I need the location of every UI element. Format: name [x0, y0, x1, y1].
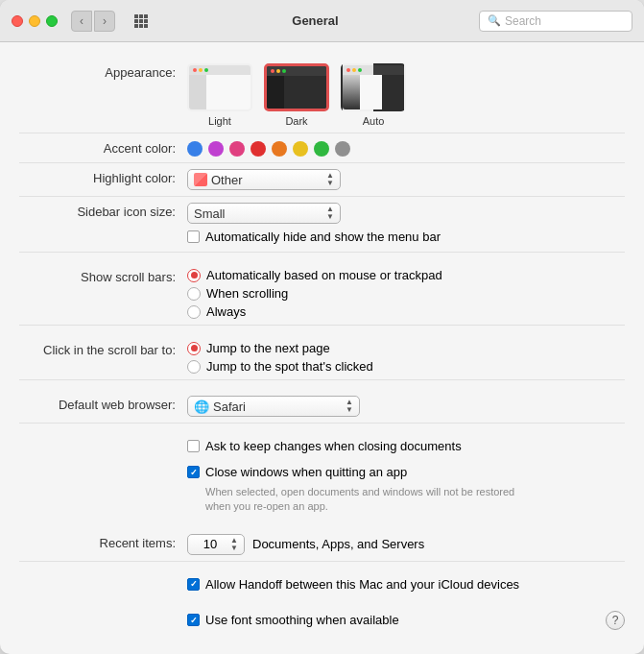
menubar-row: Automatically hide and show the menu bar	[187, 228, 441, 246]
scroll-bars-label: Show scroll bars:	[19, 268, 187, 284]
search-placeholder: Search	[505, 14, 541, 28]
highlight-color-row: Highlight color: Other ▲ ▼	[19, 163, 625, 197]
sidebar-icon-value: Small	[194, 206, 322, 221]
sidebar-icon-row: Sidebar icon size: Small ▲ ▼ Automatical…	[19, 197, 625, 253]
font-smoothing-checkbox-row: Use font smoothing when available	[187, 611, 399, 629]
accent-orange[interactable]	[272, 141, 287, 157]
close-windows-ctrl: Close windows when quitting an app When …	[187, 463, 514, 515]
close-windows-text: Close windows when quitting an app	[205, 465, 407, 479]
scroll-scrolling-radio[interactable]	[187, 287, 201, 301]
settings-content: Appearance:	[0, 42, 644, 654]
sidebar-icon-label: Sidebar icon size:	[19, 203, 187, 219]
accent-blue[interactable]	[187, 141, 203, 157]
handoff-ctrl: Allow Handoff between this Mac and your …	[187, 575, 519, 593]
ask-changes-row: Ask to keep changes when closing documen…	[19, 433, 625, 459]
browser-label: Default web browser:	[19, 396, 187, 412]
scroll-always-radio[interactable]	[187, 305, 201, 319]
scroll-always-row: Always	[187, 304, 442, 319]
svg-rect-2	[144, 14, 148, 18]
accent-purple[interactable]	[208, 141, 224, 157]
scroll-auto-row: Automatically based on mouse or trackpad	[187, 268, 442, 282]
highlight-swatch	[194, 173, 207, 186]
accent-yellow[interactable]	[293, 141, 308, 157]
menubar-text: Automatically hide and show the menu bar	[205, 230, 441, 244]
close-windows-checkbox[interactable]	[187, 466, 200, 478]
click-spot-radio[interactable]	[187, 360, 201, 374]
appearance-label: Appearance:	[19, 63, 187, 80]
accent-red[interactable]	[250, 141, 266, 157]
sidebar-icon-select[interactable]: Small ▲ ▼	[187, 203, 341, 224]
scroll-auto-radio[interactable]	[187, 269, 201, 282]
recent-items-control: 10 ▲ ▼ Documents, Apps, and Servers	[187, 534, 625, 555]
click-spot-row: Jump to the spot that's clicked	[187, 359, 373, 374]
appearance-auto[interactable]: Auto	[341, 63, 406, 127]
svg-rect-3	[134, 19, 138, 23]
ask-changes-checkbox[interactable]	[187, 440, 200, 452]
grid-icon[interactable]	[131, 11, 152, 32]
accent-pink[interactable]	[229, 141, 245, 157]
dark-label: Dark	[285, 115, 307, 127]
light-thumb	[187, 63, 252, 111]
close-windows-hint: When selected, open documents and window…	[187, 485, 514, 515]
click-next-radio[interactable]	[187, 342, 201, 355]
scroll-scrolling-label: When scrolling	[206, 286, 288, 301]
dropdown-arrow: ▲ ▼	[326, 172, 334, 187]
highlight-select[interactable]: Other ▲ ▼	[187, 169, 341, 190]
minimize-button[interactable]	[29, 15, 40, 27]
scroll-scrolling-row: When scrolling	[187, 286, 442, 301]
safari-icon: 🌐	[194, 400, 209, 414]
scroll-auto-label: Automatically based on mouse or trackpad	[206, 268, 442, 282]
accent-colors	[187, 139, 350, 157]
highlight-label: Highlight color:	[19, 169, 187, 185]
accent-graphite[interactable]	[335, 141, 350, 157]
titlebar: ‹ › General 🔍 Search	[0, 0, 644, 42]
svg-rect-0	[134, 14, 138, 18]
accent-label: Accent color:	[19, 139, 187, 156]
menubar-checkbox[interactable]	[187, 230, 200, 243]
click-scroll-group: Jump to the next page Jump to the spot t…	[187, 341, 373, 374]
font-smoothing-checkbox[interactable]	[187, 614, 200, 626]
browser-dropdown-arrow: ▲ ▼	[346, 399, 353, 414]
accent-color-row: Accent color:	[19, 133, 625, 163]
appearance-light[interactable]: Light	[187, 63, 252, 127]
accent-green[interactable]	[314, 141, 329, 157]
search-icon: 🔍	[488, 14, 501, 27]
nav-buttons: ‹ ›	[71, 11, 115, 32]
help-button[interactable]: ?	[606, 611, 625, 630]
dark-thumb	[264, 63, 329, 111]
back-button[interactable]: ‹	[71, 11, 92, 32]
scroll-bars-control: Automatically based on mouse or trackpad…	[187, 268, 625, 319]
forward-button[interactable]: ›	[94, 11, 115, 32]
traffic-lights	[12, 15, 58, 27]
recent-items-label: Recent items:	[19, 534, 187, 550]
recent-items-stepper[interactable]: 10 ▲ ▼	[187, 534, 245, 555]
click-next-label: Jump to the next page	[206, 341, 330, 355]
close-windows-row: Close windows when quitting an app When …	[19, 459, 625, 519]
handoff-checkbox[interactable]	[187, 578, 200, 591]
svg-rect-7	[139, 24, 143, 28]
browser-row: Default web browser: 🌐 Safari ▲ ▼	[19, 390, 625, 424]
svg-rect-5	[144, 19, 148, 23]
browser-select[interactable]: 🌐 Safari ▲ ▼	[187, 396, 360, 417]
ask-changes-ctrl: Ask to keep changes when closing documen…	[187, 437, 462, 455]
handoff-row: Allow Handoff between this Mac and your …	[19, 571, 625, 597]
recent-items-suffix: Documents, Apps, and Servers	[252, 537, 424, 551]
search-box[interactable]: 🔍 Search	[479, 11, 632, 32]
recent-items-ctrl: 10 ▲ ▼ Documents, Apps, and Servers	[187, 534, 424, 555]
appearance-dark[interactable]: Dark	[264, 63, 329, 127]
click-spot-label: Jump to the spot that's clicked	[206, 359, 373, 374]
svg-rect-4	[139, 19, 143, 23]
appearance-control: Light	[187, 63, 625, 127]
light-label: Light	[208, 115, 231, 127]
highlight-control: Other ▲ ▼	[187, 169, 625, 190]
scroll-bars-row: Show scroll bars: Automatically based on…	[19, 262, 625, 326]
font-smoothing-ctrl: Use font smoothing when available ?	[187, 611, 625, 630]
font-smoothing-text: Use font smoothing when available	[205, 613, 399, 627]
close-button[interactable]	[12, 15, 23, 27]
click-next-row: Jump to the next page	[187, 341, 373, 355]
maximize-button[interactable]	[46, 15, 58, 27]
svg-rect-8	[144, 24, 148, 28]
appearance-row: Appearance:	[19, 58, 625, 133]
browser-value: Safari	[213, 400, 342, 414]
scroll-always-label: Always	[206, 304, 246, 319]
